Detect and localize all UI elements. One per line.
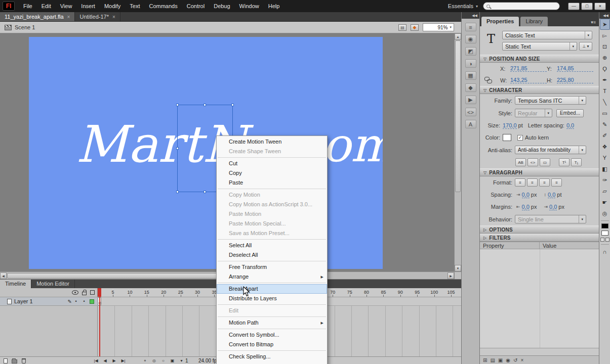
anti-alias-dropdown[interactable]: Anti-alias for readability ▾ [515, 146, 586, 154]
tools-collapse-bar[interactable]: ◀◀ [599, 12, 610, 19]
menu-insert[interactable]: Insert [76, 0, 100, 12]
context-menu-item-free-transform[interactable]: Free Transform [217, 262, 327, 272]
x-position-value[interactable]: 271,85 [510, 65, 547, 72]
play-button[interactable]: ▶ [111, 357, 117, 364]
vertical-scrollbar[interactable]: ▲ ▼ [454, 33, 461, 271]
height-value[interactable]: 225,80 [557, 77, 593, 83]
layer-lock-dot[interactable]: • [80, 299, 88, 304]
auto-kern-checkbox[interactable]: ✓ [517, 135, 523, 141]
subselection-tool[interactable]: ▻ [600, 30, 610, 41]
scroll-right-arrow[interactable]: ▶ [448, 272, 454, 279]
new-folder-button[interactable] [11, 357, 18, 364]
color-panel-icon[interactable]: ◑ [465, 59, 476, 68]
menu-control[interactable]: Control [182, 0, 209, 12]
letter-spacing-value[interactable]: 0,0 [566, 122, 574, 129]
selection-handle[interactable] [204, 104, 206, 106]
context-menu-item-convert-to-symbol[interactable]: Convert to Symbol... [217, 330, 327, 340]
current-frame-value[interactable]: 1 [185, 358, 188, 363]
context-menu-item-break-apart[interactable]: Break Apart [217, 284, 327, 294]
default-colors-button[interactable] [600, 238, 604, 242]
eyedropper-tool[interactable]: ✑ [600, 174, 610, 186]
context-menu-item-check-spelling[interactable]: Check Spelling... [217, 352, 327, 361]
show-border-button[interactable]: ▭ [540, 158, 550, 166]
vertical-scroll-thumb[interactable] [455, 40, 461, 192]
text-color-swatch[interactable] [503, 134, 511, 141]
selection-handle[interactable] [176, 191, 179, 193]
dock-collapse-bar[interactable]: ◀◀ [462, 12, 479, 19]
section-paragraph[interactable]: ▽ PARAGRAPH [480, 168, 599, 176]
justify-button[interactable]: ≡ [551, 178, 562, 187]
right-margin-value[interactable]: 0,0 [549, 204, 557, 210]
text-type-dropdown[interactable]: Static Text ▾ [502, 42, 577, 51]
layer-row[interactable]: Layer 1 ✎ • • [0, 297, 98, 306]
hand-tool[interactable]: ☛ [600, 197, 610, 208]
align-panel-icon[interactable]: ≡ [465, 23, 476, 31]
pen-tool[interactable]: ✒ [600, 74, 610, 85]
selection-handle[interactable] [176, 104, 179, 106]
text-engine-dropdown[interactable]: Classic Text ▾ [502, 31, 592, 39]
context-menu-item-cut[interactable]: Cut [217, 159, 327, 168]
superscript-button[interactable]: T¹ [559, 158, 570, 166]
menu-modify[interactable]: Modify [100, 0, 125, 12]
info-panel-icon[interactable]: ◉ [465, 35, 476, 43]
transform-panel-icon[interactable]: ◩ [465, 47, 476, 56]
section-filters[interactable]: ▷ FILTERS [480, 234, 599, 242]
layer-outline-color-swatch[interactable] [90, 299, 94, 304]
edit-scene-button[interactable]: ▤ [398, 24, 406, 31]
section-options[interactable]: ▷ OPTIONS [480, 225, 599, 234]
presets-icon[interactable]: ▤ [490, 357, 495, 363]
document-tab-1[interactable]: 11_yazi_break_apart.fla × [0, 12, 75, 21]
search-input[interactable] [493, 4, 553, 9]
render-html-button[interactable]: <> [527, 158, 538, 166]
context-menu-item-convert-to-bitmap[interactable]: Convert to Bitmap [217, 340, 327, 349]
snap-to-objects-button[interactable]: ∩ [600, 246, 610, 257]
lock-aspect-ratio-icon[interactable] [484, 77, 492, 83]
menu-commands[interactable]: Commands [144, 0, 182, 12]
bone-tool[interactable]: Y [600, 152, 610, 163]
close-icon[interactable]: × [112, 14, 115, 20]
onion-skin-outlines-button[interactable]: ○ [160, 357, 167, 364]
brush-tool[interactable]: ✐ [600, 130, 610, 141]
menu-debug[interactable]: Debug [209, 0, 234, 12]
new-layer-button[interactable] [2, 357, 9, 364]
stage-text-right[interactable]: om [322, 121, 383, 169]
context-menu-item-distribute-to-layers[interactable]: Distribute to Layers [217, 294, 327, 303]
strings-panel-icon[interactable]: A [465, 120, 476, 128]
section-character[interactable]: ▽ CHARACTER [480, 86, 599, 94]
components-panel-icon[interactable]: ◆ [465, 83, 476, 92]
context-menu-item-copy[interactable]: Copy [217, 168, 327, 178]
tab-library[interactable]: Library [520, 17, 548, 26]
center-frame-button[interactable]: ⌖ [142, 357, 148, 364]
context-menu-item-arrange[interactable]: Arrange▶ [217, 272, 327, 282]
selection-handle[interactable] [204, 191, 206, 193]
zoom-level-combo[interactable]: 91% ▾ [423, 23, 454, 31]
delete-filter-icon[interactable]: × [520, 357, 523, 363]
tab-motion-editor[interactable]: Motion Editor [31, 280, 75, 288]
indent-value[interactable]: 0,0 [522, 192, 530, 198]
motion-presets-panel-icon[interactable]: ▶ [465, 96, 476, 104]
width-value[interactable]: 143,25 [510, 77, 547, 83]
scroll-left-arrow[interactable]: ◀ [0, 272, 7, 279]
pencil-tool[interactable]: ✎ [600, 119, 610, 130]
context-menu-item-paste[interactable]: Paste [217, 178, 327, 188]
zoom-tool[interactable]: ◎ [600, 208, 610, 219]
playhead[interactable] [98, 288, 101, 297]
font-size-value[interactable]: 170,0 [503, 122, 517, 129]
swap-colors-button[interactable] [605, 238, 609, 242]
align-right-button[interactable]: ≡ [539, 178, 550, 187]
context-menu-item-motion-path[interactable]: Motion Path▶ [217, 318, 327, 328]
workspace-switcher-button[interactable]: Essentials ▾ [448, 3, 478, 9]
goto-first-frame-button[interactable]: |◀ [93, 357, 99, 364]
menu-view[interactable]: View [56, 0, 77, 12]
selection-tool[interactable]: ➤ [600, 19, 610, 30]
panel-menu-icon[interactable]: ▾≡ [591, 20, 596, 25]
onion-skin-button[interactable]: ◎ [151, 357, 157, 364]
menu-help[interactable]: Help [264, 0, 284, 12]
code-snippets-panel-icon[interactable]: <> [465, 108, 476, 116]
edit-multiple-frames-button[interactable]: ▣ [169, 357, 176, 364]
y-position-value[interactable]: 174,85 [557, 65, 593, 72]
line-spacing-value[interactable]: 0,0 [548, 192, 555, 198]
tab-timeline[interactable]: Timeline [0, 280, 31, 288]
edit-symbols-button[interactable]: ◆ [411, 24, 419, 31]
delete-layer-button[interactable] [20, 357, 27, 364]
